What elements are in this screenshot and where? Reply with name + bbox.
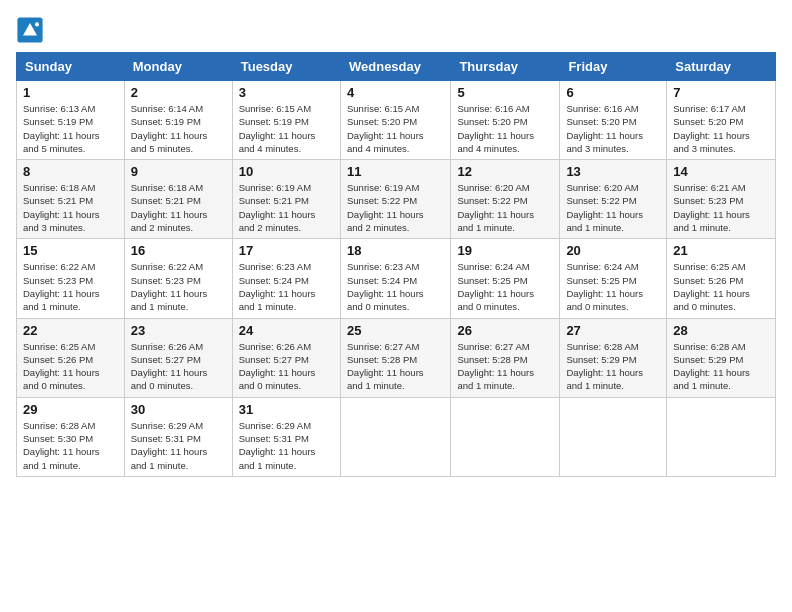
- calendar-cell: 12Sunrise: 6:20 AM Sunset: 5:22 PM Dayli…: [451, 160, 560, 239]
- day-number: 24: [239, 323, 334, 338]
- day-info: Sunrise: 6:25 AM Sunset: 5:26 PM Dayligh…: [23, 340, 118, 393]
- day-number: 22: [23, 323, 118, 338]
- day-info: Sunrise: 6:15 AM Sunset: 5:20 PM Dayligh…: [347, 102, 444, 155]
- header-monday: Monday: [124, 53, 232, 81]
- day-number: 11: [347, 164, 444, 179]
- calendar-cell: 25Sunrise: 6:27 AM Sunset: 5:28 PM Dayli…: [340, 318, 450, 397]
- page-header: [16, 16, 776, 44]
- day-number: 14: [673, 164, 769, 179]
- day-number: 26: [457, 323, 553, 338]
- day-info: Sunrise: 6:22 AM Sunset: 5:23 PM Dayligh…: [23, 260, 118, 313]
- calendar-cell: 10Sunrise: 6:19 AM Sunset: 5:21 PM Dayli…: [232, 160, 340, 239]
- calendar-cell: 16Sunrise: 6:22 AM Sunset: 5:23 PM Dayli…: [124, 239, 232, 318]
- day-number: 28: [673, 323, 769, 338]
- day-number: 12: [457, 164, 553, 179]
- calendar-cell: 21Sunrise: 6:25 AM Sunset: 5:26 PM Dayli…: [667, 239, 776, 318]
- day-number: 23: [131, 323, 226, 338]
- day-info: Sunrise: 6:16 AM Sunset: 5:20 PM Dayligh…: [457, 102, 553, 155]
- day-number: 6: [566, 85, 660, 100]
- header-thursday: Thursday: [451, 53, 560, 81]
- calendar-cell: 19Sunrise: 6:24 AM Sunset: 5:25 PM Dayli…: [451, 239, 560, 318]
- day-info: Sunrise: 6:28 AM Sunset: 5:29 PM Dayligh…: [673, 340, 769, 393]
- day-info: Sunrise: 6:28 AM Sunset: 5:29 PM Dayligh…: [566, 340, 660, 393]
- day-info: Sunrise: 6:19 AM Sunset: 5:21 PM Dayligh…: [239, 181, 334, 234]
- calendar-week-row: 15Sunrise: 6:22 AM Sunset: 5:23 PM Dayli…: [17, 239, 776, 318]
- day-info: Sunrise: 6:23 AM Sunset: 5:24 PM Dayligh…: [239, 260, 334, 313]
- calendar-cell: 1Sunrise: 6:13 AM Sunset: 5:19 PM Daylig…: [17, 81, 125, 160]
- day-info: Sunrise: 6:18 AM Sunset: 5:21 PM Dayligh…: [23, 181, 118, 234]
- day-number: 16: [131, 243, 226, 258]
- day-info: Sunrise: 6:26 AM Sunset: 5:27 PM Dayligh…: [131, 340, 226, 393]
- header-saturday: Saturday: [667, 53, 776, 81]
- day-info: Sunrise: 6:21 AM Sunset: 5:23 PM Dayligh…: [673, 181, 769, 234]
- calendar-table: SundayMondayTuesdayWednesdayThursdayFrid…: [16, 52, 776, 477]
- calendar-cell: 8Sunrise: 6:18 AM Sunset: 5:21 PM Daylig…: [17, 160, 125, 239]
- day-info: Sunrise: 6:29 AM Sunset: 5:31 PM Dayligh…: [131, 419, 226, 472]
- calendar-cell: 23Sunrise: 6:26 AM Sunset: 5:27 PM Dayli…: [124, 318, 232, 397]
- calendar-cell: 4Sunrise: 6:15 AM Sunset: 5:20 PM Daylig…: [340, 81, 450, 160]
- calendar-week-row: 1Sunrise: 6:13 AM Sunset: 5:19 PM Daylig…: [17, 81, 776, 160]
- calendar-week-row: 29Sunrise: 6:28 AM Sunset: 5:30 PM Dayli…: [17, 397, 776, 476]
- day-number: 10: [239, 164, 334, 179]
- day-info: Sunrise: 6:25 AM Sunset: 5:26 PM Dayligh…: [673, 260, 769, 313]
- header-wednesday: Wednesday: [340, 53, 450, 81]
- calendar-cell: [451, 397, 560, 476]
- day-info: Sunrise: 6:13 AM Sunset: 5:19 PM Dayligh…: [23, 102, 118, 155]
- day-info: Sunrise: 6:16 AM Sunset: 5:20 PM Dayligh…: [566, 102, 660, 155]
- calendar-header-row: SundayMondayTuesdayWednesdayThursdayFrid…: [17, 53, 776, 81]
- calendar-cell: 3Sunrise: 6:15 AM Sunset: 5:19 PM Daylig…: [232, 81, 340, 160]
- calendar-cell: 18Sunrise: 6:23 AM Sunset: 5:24 PM Dayli…: [340, 239, 450, 318]
- day-number: 3: [239, 85, 334, 100]
- day-number: 20: [566, 243, 660, 258]
- day-info: Sunrise: 6:14 AM Sunset: 5:19 PM Dayligh…: [131, 102, 226, 155]
- calendar-cell: 29Sunrise: 6:28 AM Sunset: 5:30 PM Dayli…: [17, 397, 125, 476]
- day-number: 13: [566, 164, 660, 179]
- day-info: Sunrise: 6:19 AM Sunset: 5:22 PM Dayligh…: [347, 181, 444, 234]
- day-number: 1: [23, 85, 118, 100]
- calendar-week-row: 8Sunrise: 6:18 AM Sunset: 5:21 PM Daylig…: [17, 160, 776, 239]
- day-number: 8: [23, 164, 118, 179]
- header-sunday: Sunday: [17, 53, 125, 81]
- day-number: 5: [457, 85, 553, 100]
- day-info: Sunrise: 6:29 AM Sunset: 5:31 PM Dayligh…: [239, 419, 334, 472]
- calendar-week-row: 22Sunrise: 6:25 AM Sunset: 5:26 PM Dayli…: [17, 318, 776, 397]
- calendar-cell: 15Sunrise: 6:22 AM Sunset: 5:23 PM Dayli…: [17, 239, 125, 318]
- day-number: 25: [347, 323, 444, 338]
- day-number: 19: [457, 243, 553, 258]
- day-number: 27: [566, 323, 660, 338]
- day-info: Sunrise: 6:18 AM Sunset: 5:21 PM Dayligh…: [131, 181, 226, 234]
- calendar-cell: 14Sunrise: 6:21 AM Sunset: 5:23 PM Dayli…: [667, 160, 776, 239]
- day-info: Sunrise: 6:20 AM Sunset: 5:22 PM Dayligh…: [457, 181, 553, 234]
- calendar-cell: 20Sunrise: 6:24 AM Sunset: 5:25 PM Dayli…: [560, 239, 667, 318]
- calendar-cell: 2Sunrise: 6:14 AM Sunset: 5:19 PM Daylig…: [124, 81, 232, 160]
- day-number: 18: [347, 243, 444, 258]
- day-number: 9: [131, 164, 226, 179]
- day-number: 21: [673, 243, 769, 258]
- day-info: Sunrise: 6:27 AM Sunset: 5:28 PM Dayligh…: [347, 340, 444, 393]
- day-info: Sunrise: 6:27 AM Sunset: 5:28 PM Dayligh…: [457, 340, 553, 393]
- day-info: Sunrise: 6:22 AM Sunset: 5:23 PM Dayligh…: [131, 260, 226, 313]
- calendar-cell: 27Sunrise: 6:28 AM Sunset: 5:29 PM Dayli…: [560, 318, 667, 397]
- calendar-cell: 13Sunrise: 6:20 AM Sunset: 5:22 PM Dayli…: [560, 160, 667, 239]
- calendar-cell: 26Sunrise: 6:27 AM Sunset: 5:28 PM Dayli…: [451, 318, 560, 397]
- day-info: Sunrise: 6:17 AM Sunset: 5:20 PM Dayligh…: [673, 102, 769, 155]
- day-number: 2: [131, 85, 226, 100]
- day-info: Sunrise: 6:15 AM Sunset: 5:19 PM Dayligh…: [239, 102, 334, 155]
- calendar-cell: 9Sunrise: 6:18 AM Sunset: 5:21 PM Daylig…: [124, 160, 232, 239]
- day-number: 7: [673, 85, 769, 100]
- calendar-cell: 31Sunrise: 6:29 AM Sunset: 5:31 PM Dayli…: [232, 397, 340, 476]
- calendar-cell: [560, 397, 667, 476]
- day-number: 30: [131, 402, 226, 417]
- day-info: Sunrise: 6:26 AM Sunset: 5:27 PM Dayligh…: [239, 340, 334, 393]
- header-friday: Friday: [560, 53, 667, 81]
- calendar-cell: 11Sunrise: 6:19 AM Sunset: 5:22 PM Dayli…: [340, 160, 450, 239]
- day-number: 29: [23, 402, 118, 417]
- day-number: 4: [347, 85, 444, 100]
- calendar-cell: 17Sunrise: 6:23 AM Sunset: 5:24 PM Dayli…: [232, 239, 340, 318]
- calendar-cell: 5Sunrise: 6:16 AM Sunset: 5:20 PM Daylig…: [451, 81, 560, 160]
- calendar-cell: 7Sunrise: 6:17 AM Sunset: 5:20 PM Daylig…: [667, 81, 776, 160]
- calendar-cell: 28Sunrise: 6:28 AM Sunset: 5:29 PM Dayli…: [667, 318, 776, 397]
- calendar-cell: 6Sunrise: 6:16 AM Sunset: 5:20 PM Daylig…: [560, 81, 667, 160]
- calendar-cell: 22Sunrise: 6:25 AM Sunset: 5:26 PM Dayli…: [17, 318, 125, 397]
- day-info: Sunrise: 6:20 AM Sunset: 5:22 PM Dayligh…: [566, 181, 660, 234]
